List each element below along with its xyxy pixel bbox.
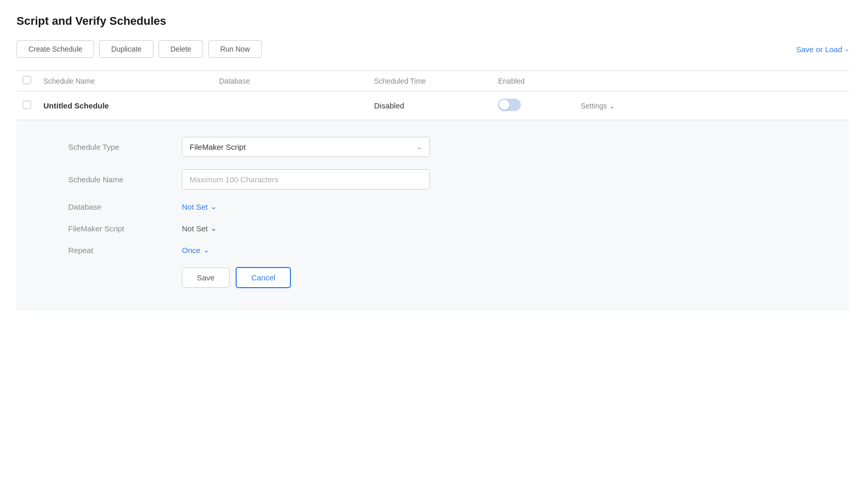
schedule-type-value: FileMaker Script — [190, 143, 245, 151]
row-checkbox[interactable] — [23, 101, 31, 109]
save-button[interactable]: Save — [182, 267, 229, 288]
schedule-name-label: Schedule Name — [68, 175, 182, 184]
enabled-toggle[interactable] — [498, 99, 521, 111]
schedule-type-dropdown[interactable]: FileMaker Script ⌄ — [182, 137, 430, 157]
database-control: Not Set ⌄ — [182, 202, 430, 211]
table-row: Untitled Schedule Disabled Settings ⌄ — [17, 91, 849, 120]
repeat-control: Once ⌄ — [182, 245, 430, 255]
settings-button[interactable]: Settings ⌄ — [581, 102, 615, 110]
schedule-name-input[interactable] — [182, 169, 430, 190]
save-or-load-button[interactable]: Save or Load ⌄ — [796, 45, 849, 54]
filemaker-script-label: FileMaker Script — [68, 224, 182, 233]
toggle-knob — [499, 100, 509, 110]
row-schedule-name: Untitled Schedule — [37, 91, 213, 120]
filemaker-script-chevron-icon: ⌄ — [210, 224, 217, 233]
filemaker-script-dropdown[interactable]: Not Set ⌄ — [182, 224, 430, 233]
schedule-name-row: Schedule Name — [68, 169, 825, 190]
chevron-down-icon: ⌄ — [844, 45, 849, 53]
toolbar: Create Schedule Duplicate Delete Run Now… — [17, 40, 849, 58]
select-all-checkbox[interactable] — [23, 76, 31, 84]
page-title: Script and Verify Schedules — [17, 14, 849, 28]
header-database: Database — [213, 71, 368, 91]
save-or-load-label: Save or Load — [796, 45, 842, 54]
schedule-type-row: Schedule Type FileMaker Script ⌄ — [68, 137, 825, 157]
repeat-row: Repeat Once ⌄ — [68, 245, 825, 255]
toggle-track — [498, 99, 521, 111]
duplicate-button[interactable]: Duplicate — [99, 40, 153, 58]
repeat-dropdown[interactable]: Once ⌄ — [182, 245, 430, 255]
delete-button[interactable]: Delete — [159, 40, 203, 58]
settings-label: Settings — [581, 102, 607, 110]
run-now-button[interactable]: Run Now — [208, 40, 262, 58]
row-scheduled-time: Disabled — [368, 91, 492, 120]
row-database — [213, 91, 368, 120]
schedule-type-label: Schedule Type — [68, 143, 182, 151]
schedule-table: Schedule Name Database Scheduled Time En… — [17, 71, 849, 120]
repeat-chevron-icon: ⌄ — [203, 245, 210, 255]
header-scheduled-time: Scheduled Time — [368, 71, 492, 91]
filemaker-script-value: Not Set — [182, 224, 208, 233]
header-checkbox-cell — [17, 71, 37, 91]
table-header-row: Schedule Name Database Scheduled Time En… — [17, 71, 849, 91]
form-actions: Save Cancel — [68, 267, 825, 288]
database-dropdown[interactable]: Not Set ⌄ — [182, 202, 430, 211]
header-settings — [575, 71, 849, 91]
filemaker-script-control: Not Set ⌄ — [182, 224, 430, 233]
repeat-label: Repeat — [68, 246, 182, 255]
schedule-name-control — [182, 169, 430, 190]
database-row: Database Not Set ⌄ — [68, 202, 825, 211]
header-schedule-name: Schedule Name — [37, 71, 213, 91]
schedule-type-control: FileMaker Script ⌄ — [182, 137, 430, 157]
filemaker-script-row: FileMaker Script Not Set ⌄ — [68, 224, 825, 233]
toolbar-left: Create Schedule Duplicate Delete Run Now — [17, 40, 791, 58]
repeat-value: Once — [182, 246, 200, 255]
database-chevron-icon: ⌄ — [210, 202, 217, 211]
row-settings-cell: Settings ⌄ — [575, 91, 849, 120]
create-schedule-button[interactable]: Create Schedule — [17, 40, 94, 58]
database-value: Not Set — [182, 202, 208, 211]
header-enabled: Enabled — [492, 71, 575, 91]
settings-chevron-icon: ⌄ — [609, 102, 615, 110]
row-checkbox-cell — [17, 91, 37, 120]
chevron-down-icon: ⌄ — [416, 143, 422, 151]
cancel-button[interactable]: Cancel — [236, 267, 291, 288]
database-label: Database — [68, 202, 182, 211]
detail-panel: Schedule Type FileMaker Script ⌄ Schedul… — [17, 120, 849, 309]
row-enabled-cell — [492, 91, 575, 120]
